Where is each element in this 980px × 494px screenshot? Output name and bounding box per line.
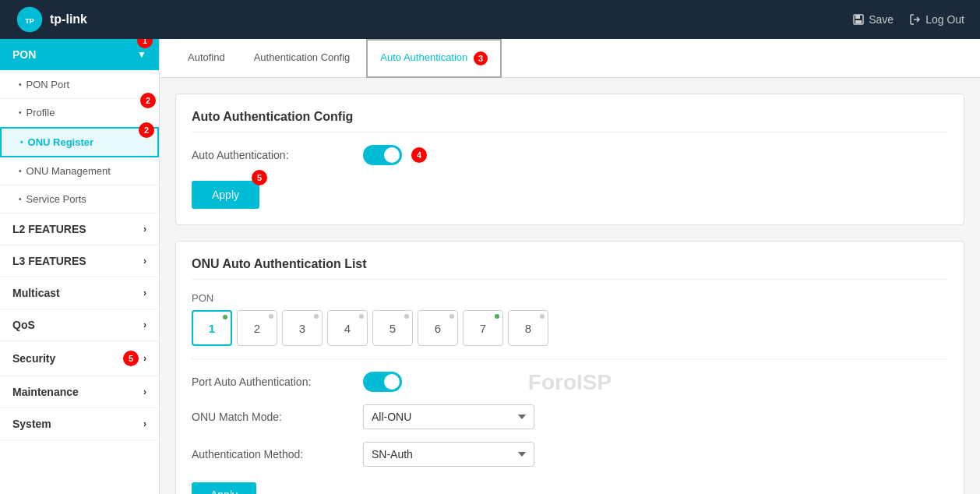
sidebar-profile-label: Profile <box>26 107 55 118</box>
port-auth-label: Port Auto Authentication: <box>192 376 363 388</box>
port-num-4: 4 <box>344 322 351 335</box>
svg-text:TP: TP <box>25 17 34 25</box>
sidebar-item-system[interactable]: System › <box>0 408 159 440</box>
multicast-label: Multicast <box>12 287 60 299</box>
logout-icon <box>909 13 922 26</box>
sidebar-item-maintenance[interactable]: Maintenance › <box>0 376 159 408</box>
bullet-icon: • <box>19 167 22 175</box>
sidebar-item-pon-port[interactable]: • PON Port <box>0 71 159 99</box>
tab-auth-config-label: Authentication Config <box>254 51 351 63</box>
auto-auth-toggle[interactable] <box>363 145 402 165</box>
system-label: System <box>12 418 51 430</box>
sidebar-item-qos[interactable]: QoS › <box>0 309 159 341</box>
auth-method-select[interactable]: SN-Auth Password-Auth SN+Password-Auth <box>363 442 534 467</box>
chevron-right-icon: › <box>143 288 146 298</box>
match-mode-row: ONU Match Mode: All-ONU SN Password SN+P… <box>192 404 948 429</box>
auto-auth-field-label: Auto Authentication: <box>192 149 363 161</box>
pon-port-7[interactable]: 7 <box>463 310 503 346</box>
port-num-8: 8 <box>525 322 531 335</box>
layout: PON ▼ 1 • PON Port • Profile 2 • ONU Reg… <box>0 39 980 494</box>
match-mode-select[interactable]: All-ONU SN Password SN+Password <box>363 404 534 429</box>
port-num-6: 6 <box>435 322 441 335</box>
port-dot-3 <box>314 314 319 319</box>
svg-rect-4 <box>855 20 862 23</box>
sidebar-item-l2-features[interactable]: L2 FEATURES › <box>0 213 159 245</box>
port-dot-5 <box>404 314 409 319</box>
chevron-right-icon: › <box>143 418 146 429</box>
apply-button-2[interactable]: Apply <box>192 482 256 494</box>
l3-label: L3 FEATURES <box>12 255 86 267</box>
bullet-icon: • <box>19 195 22 203</box>
bullet-icon: • <box>19 80 22 89</box>
sidebar-item-multicast[interactable]: Multicast › <box>0 277 159 309</box>
port-num-3: 3 <box>299 322 305 335</box>
pon-port-8[interactable]: 8 <box>508 310 548 346</box>
sidebar-item-onu-management[interactable]: • ONU Management <box>0 157 159 185</box>
sidebar-service-ports-label: Service Ports <box>26 193 86 205</box>
qos-label: QoS <box>12 319 35 331</box>
pon-port-5[interactable]: 5 <box>372 310 413 346</box>
badge-5: 5 <box>123 351 139 366</box>
sidebar-onu-register-label: ONU Register <box>28 136 94 148</box>
port-dot-8 <box>540 314 545 319</box>
port-auth-row: Port Auto Authentication: <box>192 372 948 392</box>
security-label: Security <box>12 352 55 365</box>
sidebar-item-profile[interactable]: • Profile 2 <box>0 99 159 127</box>
onu-list-section: ONU Auto Authentication List ForoISP PON… <box>175 241 964 494</box>
chevron-right-icon: › <box>143 319 146 330</box>
logout-label: Log Out <box>925 13 964 26</box>
auth-method-row: Authentication Method: SN-Auth Password-… <box>192 442 948 467</box>
tab-autofind[interactable]: Autofind <box>175 41 238 76</box>
logo: TP tp-link <box>16 5 87 34</box>
tab-auto-auth[interactable]: Auto Authentication 3 <box>366 39 502 78</box>
sidebar-item-service-ports[interactable]: • Service Ports <box>0 185 159 213</box>
pon-port-2[interactable]: 2 <box>237 310 277 346</box>
pon-port-3[interactable]: 3 <box>282 310 323 346</box>
chevron-right-icon: › <box>143 353 146 364</box>
port-num-5: 5 <box>390 322 396 335</box>
chevron-right-icon: › <box>143 386 146 397</box>
save-button[interactable]: Save <box>852 13 894 26</box>
auto-auth-field-row: Auto Authentication: 4 <box>192 145 948 165</box>
auth-method-label: Authentication Method: <box>192 448 363 460</box>
port-dot-1 <box>223 315 227 319</box>
save-label: Save <box>869 13 894 26</box>
badge-4: 4 <box>411 147 427 163</box>
port-dot-2 <box>269 314 273 319</box>
sidebar: PON ▼ 1 • PON Port • Profile 2 • ONU Reg… <box>0 39 160 494</box>
badge-2b: 2 <box>139 122 154 138</box>
sidebar-item-security[interactable]: Security 5 › <box>0 341 159 376</box>
bullet-icon: • <box>19 108 22 117</box>
tp-link-logo: TP <box>16 5 44 34</box>
port-auth-toggle[interactable] <box>363 372 402 392</box>
l2-label: L2 FEATURES <box>12 223 86 235</box>
port-dot-7 <box>495 314 499 319</box>
maintenance-label: Maintenance <box>12 386 79 398</box>
pon-port-4[interactable]: 4 <box>327 310 368 346</box>
header-actions: Save Log Out <box>852 13 964 26</box>
badge-3: 3 <box>474 51 488 65</box>
pon-port-1[interactable]: 1 <box>192 310 232 346</box>
tab-autofind-label: Autofind <box>188 51 225 63</box>
tab-auth-config[interactable]: Authentication Config <box>241 41 363 76</box>
pon-port-6[interactable]: 6 <box>418 310 458 346</box>
badge-5b: 5 <box>252 170 267 185</box>
save-icon <box>852 13 865 26</box>
pon-label: PON <box>192 292 948 304</box>
main-content: Autofind Authentication Config Auto Auth… <box>160 39 980 494</box>
svg-rect-3 <box>855 15 860 19</box>
badge-2: 2 <box>140 93 156 108</box>
sidebar-pon-header[interactable]: PON ▼ <box>0 39 159 70</box>
port-dot-4 <box>359 314 364 319</box>
sidebar-pon-port-label: PON Port <box>26 79 70 90</box>
header: TP tp-link Save Log Out <box>0 0 980 39</box>
logout-button[interactable]: Log Out <box>909 13 964 26</box>
apply-button-1[interactable]: Apply <box>192 181 259 209</box>
match-mode-label: ONU Match Mode: <box>192 411 363 423</box>
auto-auth-config-title: Auto Authentication Config <box>192 110 948 132</box>
brand-name: tp-link <box>50 12 87 26</box>
sidebar-item-onu-register[interactable]: • ONU Register 2 <box>0 127 159 157</box>
sidebar-pon-section: PON ▼ 1 <box>0 39 159 71</box>
auto-auth-config-section: Auto Authentication Config Auto Authenti… <box>175 94 964 225</box>
sidebar-item-l3-features[interactable]: L3 FEATURES › <box>0 245 159 277</box>
